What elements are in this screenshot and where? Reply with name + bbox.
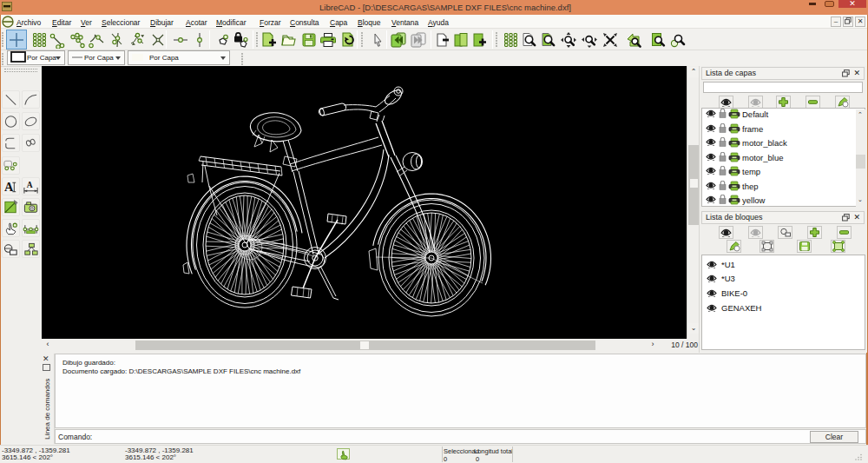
svg-text:A: A [4, 179, 14, 193]
svg-text:A: A [27, 180, 33, 189]
